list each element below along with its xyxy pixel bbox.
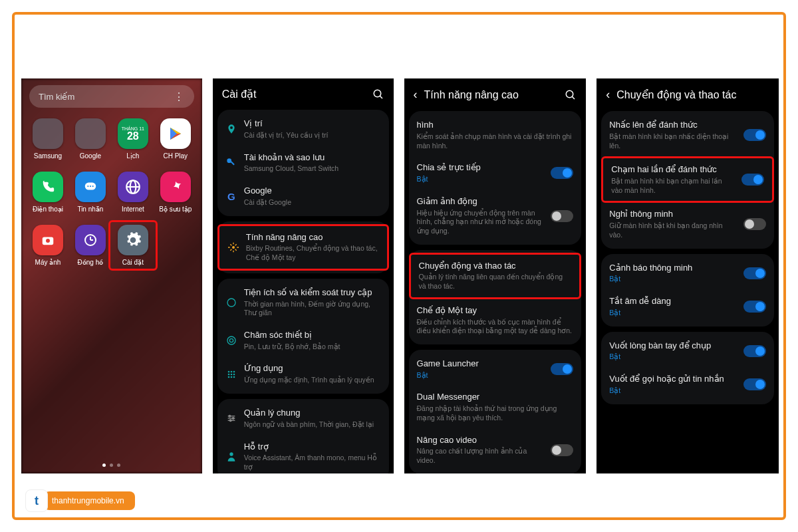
app-folder[interactable]: Google	[70, 118, 110, 160]
app-gallery[interactable]: Bộ sưu tập	[156, 172, 196, 213]
row-subtitle: Bật màn hình khi bạn chạm hai lần vào mà…	[611, 177, 735, 195]
svg-point-25	[230, 373, 232, 375]
page-title: Chuyển động và thao tác	[616, 88, 769, 101]
toggle[interactable]	[743, 129, 766, 141]
row-title: Tắt âm dễ dàng	[609, 296, 737, 307]
svg-point-21	[227, 370, 229, 372]
app-label: Đồng hồ	[78, 259, 104, 266]
motion-screen: ‹ Chuyển động và thao tác Nhấc lên để đá…	[597, 78, 779, 473]
svg-point-24	[227, 373, 229, 375]
app-label: Điện thoại	[33, 205, 63, 213]
motion-row[interactable]: Cảnh báo thông minhBật	[601, 257, 774, 291]
advanced-row[interactable]: Game LauncherBật	[409, 352, 582, 386]
app-internet[interactable]: Internet	[113, 172, 153, 213]
row-subtitle: Quản lý tính năng liên quan đến chuyển đ…	[419, 273, 572, 291]
row-subtitle: Samsung Cloud, Smart Switch	[244, 164, 381, 174]
row-subtitle: Bật	[609, 275, 737, 284]
settings-row[interactable]: Chăm sóc thiết bịPin, Lưu trữ, Bộ nhớ, B…	[217, 324, 389, 358]
svg-point-3	[92, 186, 93, 187]
row-subtitle: Bật	[417, 371, 545, 380]
back-icon[interactable]: ‹	[606, 88, 610, 102]
motion-row[interactable]: Vuốt để gọi hoặc gửi tin nhắnBật	[601, 368, 774, 402]
toggle[interactable]	[741, 174, 764, 186]
toggle[interactable]	[551, 167, 573, 179]
row-subtitle: Giữ màn hình bật khi bạn đang nhìn vào.	[609, 221, 737, 239]
more-icon[interactable]: ⋮	[174, 90, 185, 103]
svg-point-27	[227, 376, 229, 378]
app-label: Tin nhắn	[77, 205, 103, 213]
motion-row[interactable]: Tắt âm dễ dàngBật	[601, 290, 774, 324]
advanced-screen: ‹ Tính năng nâng cao hìnhKiểm soát ảnh c…	[404, 78, 587, 473]
app-play[interactable]: CH Play	[156, 118, 196, 160]
row-title: hình	[417, 120, 574, 131]
row-subtitle: Ngôn ngữ và bàn phím, Thời gian, Đặt lại	[244, 420, 381, 430]
settings-row[interactable]: Vị tríCài đặt vị trí, Yêu cầu vị trí	[217, 112, 389, 146]
settings-row[interactable]: Hỗ trợVoice Assistant, Âm thanh mono, me…	[217, 436, 389, 473]
search-icon[interactable]	[565, 89, 577, 101]
row-title: Vuốt để gọi hoặc gửi tin nhắn	[609, 374, 737, 385]
settings-row[interactable]: Tính năng nâng caoBixby Routines, Chuyển…	[217, 224, 389, 271]
toggle[interactable]	[743, 218, 766, 230]
settings-row[interactable]: GGoogleCài đặt Google	[217, 180, 389, 213]
row-subtitle: Bật	[417, 175, 545, 184]
app-calendar[interactable]: THÁNG 1128Lịch	[113, 118, 153, 160]
toggle[interactable]	[551, 444, 573, 456]
row-subtitle: Ứng dụng mặc định, Trình quản lý quyền	[244, 376, 381, 385]
advanced-row[interactable]: Chế độ Một tayĐiều chỉnh kích thước và b…	[409, 299, 582, 342]
app-folder[interactable]: Samsung	[28, 118, 68, 160]
toggle[interactable]	[743, 301, 766, 313]
motion-row[interactable]: Nhấc lên để đánh thứcBật màn hình khi bạ…	[601, 114, 774, 156]
back-icon[interactable]: ‹	[414, 88, 418, 102]
page-title: Cài đặt	[222, 88, 366, 100]
row-title: Chạm hai lần để đánh thức	[611, 164, 735, 176]
motion-row[interactable]: Chạm hai lần để đánh thứcBật màn hình kh…	[601, 156, 774, 203]
search-icon[interactable]	[372, 88, 384, 100]
row-title: Chia sẻ trực tiếp	[417, 162, 545, 174]
care-icon	[225, 334, 237, 346]
toggle[interactable]	[743, 345, 766, 357]
settings-row[interactable]: Tiện ích số và kiểm soát truy cậpThời gi…	[217, 281, 389, 324]
svg-point-35	[229, 420, 231, 422]
advanced-row[interactable]: hìnhKiểm soát ảnh chụp màn hình và cài đ…	[409, 114, 582, 156]
advanced-row[interactable]: Chia sẻ trực tiếpBật	[409, 156, 582, 190]
svg-point-2	[90, 186, 91, 187]
row-title: Vị trí	[244, 118, 381, 130]
row-title: Cảnh báo thông minh	[609, 263, 737, 274]
settings-row[interactable]: Quản lý chungNgôn ngữ và bàn phím, Thời …	[217, 402, 389, 436]
row-title: Chuyển động và thao tác	[419, 261, 572, 272]
row-title: Nghỉ thông minh	[609, 209, 737, 220]
advanced-row[interactable]: Nâng cao videoNâng cao chất lượng hình ả…	[409, 429, 582, 471]
advanced-row[interactable]: Chuyển động và thao tácQuản lý tính năng…	[409, 253, 582, 299]
watermark: t thanhtrungmobile.vn	[25, 489, 135, 512]
page-indicator	[21, 464, 202, 467]
settings-row[interactable]: Tài khoản và sao lưuSamsung Cloud, Smart…	[217, 146, 389, 180]
toggle[interactable]	[743, 267, 766, 279]
row-subtitle: Cài đặt Google	[244, 198, 381, 207]
advanced-row[interactable]: Giảm ảnh độngHiệu hiệu ứng chuyển động t…	[409, 190, 582, 242]
row-subtitle: Bật	[609, 309, 737, 318]
app-label: Bộ sưu tập	[159, 205, 192, 213]
motion-row[interactable]: Nghỉ thông minhGiữ màn hình bật khi bạn …	[601, 203, 774, 245]
page-title: Tính năng nâng cao	[424, 89, 559, 101]
row-title: Tính năng nâng cao	[246, 232, 379, 243]
row-title: Chăm sóc thiết bị	[244, 330, 381, 341]
app-camera[interactable]: Máy ảnh	[28, 225, 68, 266]
settings-row[interactable]: Ứng dụngỨng dụng mặc định, Trình quản lý…	[217, 357, 389, 391]
app-settings[interactable]: Cài đặt	[108, 220, 158, 271]
toggle[interactable]	[743, 378, 766, 390]
row-subtitle: Bật	[609, 352, 737, 362]
app-message[interactable]: Tin nhắn	[70, 172, 110, 213]
motion-row[interactable]: Vuốt lòng bàn tay để chụpBật	[601, 334, 774, 368]
row-subtitle: Cài đặt vị trí, Yêu cầu vị trí	[244, 131, 381, 140]
row-subtitle: Voice Assistant, Âm thanh mono, menu Hỗ …	[244, 454, 381, 471]
advanced-row[interactable]: Dual MessengerĐăng nhập tài khoản thứ ha…	[409, 386, 582, 428]
row-title: Google	[244, 186, 381, 197]
location-icon	[225, 123, 237, 135]
app-phone[interactable]: Điện thoại	[28, 172, 68, 213]
svg-line-14	[380, 96, 382, 98]
toggle[interactable]	[551, 210, 573, 222]
toggle[interactable]	[551, 363, 573, 375]
svg-rect-16	[230, 161, 234, 165]
search-input[interactable]: Tìm kiếm ⋮	[29, 85, 194, 108]
app-clock[interactable]: Đồng hồ	[70, 225, 110, 266]
